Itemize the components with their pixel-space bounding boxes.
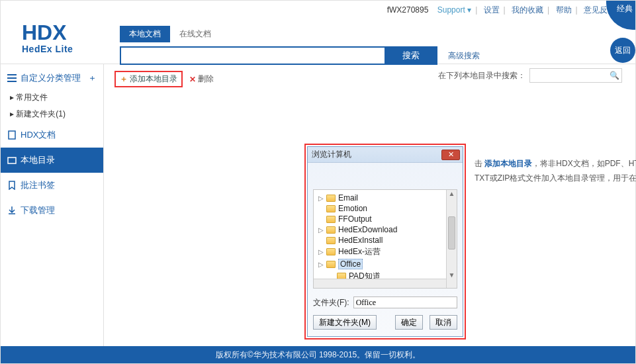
copyright: 版权所有©华为技术有限公司 1998-2015。保留一切权利。 [216, 349, 421, 361]
plus-icon: ＋ [120, 73, 128, 85]
vertical-scrollbar[interactable]: ▲▼ [446, 190, 457, 288]
sidebar-item-common[interactable]: ▸ 常用文件 [10, 89, 103, 106]
svg-rect-3 [9, 131, 15, 139]
corner-back-button[interactable]: 返回 [610, 38, 635, 63]
new-folder-button[interactable]: 新建文件夹(M) [313, 315, 377, 330]
selected-tree-item[interactable]: Office [338, 259, 363, 269]
dialog-close-button[interactable]: ✕ [441, 150, 460, 160]
favorites-link[interactable]: 我的收藏 [512, 5, 543, 15]
svg-rect-2 [7, 81, 17, 82]
folder-icon [326, 248, 336, 255]
tab-online-docs[interactable]: 在线文档 [170, 26, 220, 42]
folder-icon [326, 226, 336, 234]
sidebar-item-newfolder[interactable]: ▸ 新建文件夹(1) [10, 106, 103, 122]
horizontal-scrollbar[interactable] [314, 279, 446, 288]
search-input[interactable] [120, 46, 385, 65]
user-code: fWX270895 [387, 5, 429, 15]
list-icon [7, 73, 17, 83]
top-line: fWX270895 Support ▾| 设置| 我的收藏| 帮助| 意见反馈 [387, 5, 615, 16]
filter-row: 在下列本地目录中搜索： 🔍 [438, 68, 622, 83]
folder-icon [326, 205, 336, 212]
sidebar-bookmarks[interactable]: 批注书签 [1, 173, 103, 198]
browse-dialog: 浏览计算机 ✕ ▷Email Emotion FFOutput ▷HedExDo… [307, 146, 463, 337]
delete-button[interactable]: ✕删除 [189, 73, 214, 85]
add-local-dir-button[interactable]: ＋添加本地目录 [114, 71, 183, 87]
scrollbar-thumb[interactable] [448, 216, 455, 250]
sidebar-custom-category[interactable]: 自定义分类管理 ＋ [1, 67, 103, 89]
folder-icon [326, 195, 336, 202]
filter-label: 在下列本地目录中搜索： [438, 70, 525, 81]
hint-text: 击 添加本地目录，将非HDX文档，如PDF、HTML、 TXT或ZIP格式文件加… [475, 157, 636, 185]
settings-link[interactable]: 设置 [484, 5, 500, 15]
dialog-title: 浏览计算机 [312, 149, 351, 160]
folder-field-label: 文件夹(F): [313, 297, 349, 308]
help-link[interactable]: 帮助 [556, 5, 572, 15]
sidebar-local-dir[interactable]: 本地目录 [1, 148, 103, 173]
support-link[interactable]: Support ▾ [437, 5, 471, 15]
folder-icon [7, 156, 17, 165]
dialog-titlebar[interactable]: 浏览计算机 ✕ [308, 147, 463, 163]
sidebar-hdx-docs[interactable]: HDX文档 [1, 122, 103, 148]
logo-mark: HDX [22, 21, 73, 45]
dialog-highlight-box: 浏览计算机 ✕ ▷Email Emotion FFOutput ▷HedExDo… [304, 144, 466, 340]
corner-classic-button[interactable]: 经典 [606, 1, 635, 30]
content-area: ＋添加本地目录 ✕删除 在下列本地目录中搜索： 🔍 击 添加本地目录，将非HDX… [104, 64, 635, 346]
svg-rect-4 [8, 158, 16, 163]
folder-name-input[interactable] [353, 296, 457, 308]
svg-rect-1 [7, 77, 17, 79]
svg-rect-0 [7, 74, 17, 75]
sidebar: 自定义分类管理 ＋ ▸ 常用文件 ▸ 新建文件夹(1) HDX文档 本地目录 批… [1, 64, 104, 346]
ok-button[interactable]: 确定 [395, 315, 423, 330]
add-category-icon[interactable]: ＋ [88, 72, 97, 84]
folder-icon [326, 261, 336, 268]
sidebar-custom-items: ▸ 常用文件 ▸ 新建文件夹(1) [1, 89, 103, 122]
logo-subtitle: HedEx Lite [22, 44, 73, 54]
download-icon [7, 206, 17, 215]
tab-local-docs[interactable]: 本地文档 [120, 26, 170, 42]
filter-input[interactable] [529, 68, 622, 83]
hint-add-link[interactable]: 添加本地目录 [484, 159, 532, 168]
doc-icon [7, 130, 17, 140]
folder-tree[interactable]: ▷Email Emotion FFOutput ▷HedExDownload H… [313, 189, 457, 289]
search-button[interactable]: 搜索 [385, 46, 437, 65]
footer: 版权所有©华为技术有限公司 1998-2015。保留一切权利。 [1, 346, 635, 363]
doc-tabs: 本地文档 在线文档 [120, 26, 480, 42]
folder-icon [326, 237, 336, 244]
folder-icon [326, 216, 336, 223]
bookmark-icon [7, 181, 17, 190]
logo: HDX HedEx Lite [22, 21, 73, 54]
close-icon: ✕ [189, 75, 196, 84]
sidebar-download-manager[interactable]: 下载管理 [1, 198, 103, 223]
advanced-search-link[interactable]: 高级搜索 [448, 50, 480, 62]
cancel-button[interactable]: 取消 [430, 315, 457, 330]
